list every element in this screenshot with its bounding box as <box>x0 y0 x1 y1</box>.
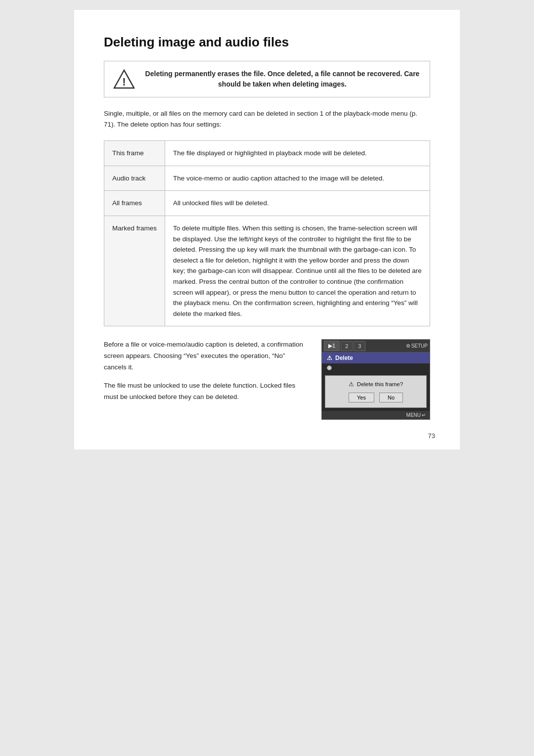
option-label: Audio track <box>104 166 165 191</box>
option-label: All frames <box>104 191 165 216</box>
dialog-text: Delete this frame? <box>357 381 403 387</box>
camera-menu-bar: ⚠ Delete <box>322 353 430 363</box>
option-description: To delete multiple files. When this sett… <box>165 216 430 326</box>
camera-buttons: Yes No <box>331 393 420 402</box>
option-label: Marked frames <box>104 216 165 326</box>
camera-tab-setup[interactable]: ⚙ SETUP <box>406 343 428 349</box>
bottom-para-1: Before a file or voice-memo/audio captio… <box>104 339 307 373</box>
table-row: Audio trackThe voice-memo or audio capti… <box>104 166 430 191</box>
camera-tab-2[interactable]: 2 <box>341 341 353 351</box>
camera-tab-1[interactable]: ▶1 <box>324 341 340 351</box>
warning-text: Deleting permanently erases the file. On… <box>144 69 421 89</box>
bottom-para-2: The file must be unlocked to use the del… <box>104 380 307 403</box>
option-description: All unlocked files will be deleted. <box>165 191 430 216</box>
options-table: This frameThe file displayed or highligh… <box>104 140 430 326</box>
table-row: This frameThe file displayed or highligh… <box>104 141 430 166</box>
footer-label: MENU <box>406 412 421 418</box>
svg-text:!: ! <box>122 76 126 88</box>
setup-icon: ⚙ <box>406 343 410 349</box>
option-description: The file displayed or highlighted in pla… <box>165 141 430 166</box>
camera-dialog-text: ⚠ Delete this frame? <box>331 381 420 388</box>
camera-screen: ▶1 2 3 ⚙ SETUP ⚠ Delete ⚠ Delete this <box>321 339 430 420</box>
camera-tabs: ▶1 2 3 ⚙ SETUP <box>322 340 430 353</box>
bottom-section: Before a file or voice-memo/audio captio… <box>104 339 430 420</box>
menu-warn-icon: ⚠ <box>327 355 332 361</box>
warning-box: ! Deleting permanently erases the file. … <box>104 61 430 97</box>
camera-footer: MENU ↵ <box>322 411 430 419</box>
tab-icon: ▶ <box>328 343 332 349</box>
page-container: Deleting image and audio files ! Deletin… <box>74 10 460 449</box>
camera-dialog: ⚠ Delete this frame? Yes No <box>325 375 427 408</box>
bottom-text: Before a file or voice-memo/audio captio… <box>104 339 307 420</box>
table-row: Marked framesTo delete multiple files. W… <box>104 216 430 326</box>
option-label: This frame <box>104 141 165 166</box>
table-row: All framesAll unlocked files will be del… <box>104 191 430 216</box>
yes-button[interactable]: Yes <box>349 393 374 402</box>
setup-label: SETUP <box>411 343 428 349</box>
page-title: Deleting image and audio files <box>104 35 430 50</box>
tab-1-label: 1 <box>332 343 335 349</box>
intro-text: Single, multiple, or all files on the me… <box>104 108 430 130</box>
page-number: 73 <box>428 432 435 440</box>
option-description: The voice-memo or audio caption attached… <box>165 166 430 191</box>
camera-radio-row <box>322 363 430 372</box>
camera-menu-title: Delete <box>335 355 353 361</box>
warning-icon: ! <box>113 68 135 90</box>
footer-icon: ↵ <box>422 412 426 418</box>
no-button[interactable]: No <box>379 393 403 402</box>
dialog-warn-icon: ⚠ <box>349 381 354 388</box>
camera-tab-3[interactable]: 3 <box>354 341 365 351</box>
radio-dot <box>327 365 332 370</box>
